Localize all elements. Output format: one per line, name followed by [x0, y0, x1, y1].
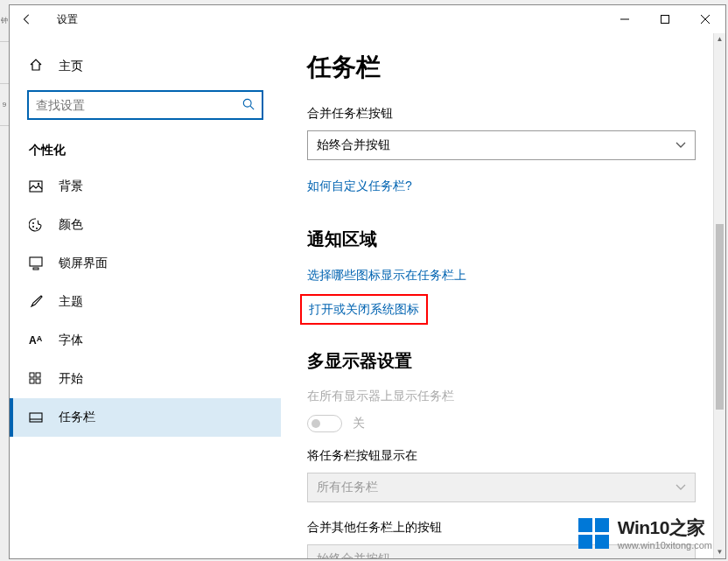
search-icon: [242, 98, 255, 113]
minimize-button[interactable]: [605, 6, 645, 32]
select-icons-link[interactable]: 选择哪些图标显示在任务栏上: [307, 268, 466, 284]
sidebar-section-title: 个性化: [10, 129, 281, 167]
svg-point-9: [32, 226, 34, 228]
sidebar-item-background[interactable]: 背景: [10, 167, 281, 206]
sidebar-item-lockscreen[interactable]: 锁屏界面: [10, 244, 281, 283]
maximize-button[interactable]: [645, 6, 685, 32]
font-icon: AA: [29, 334, 43, 347]
combine-dropdown[interactable]: 始终合并按钮: [307, 130, 696, 160]
svg-point-7: [38, 183, 39, 185]
svg-rect-12: [33, 268, 38, 270]
dropdown-value: 所有任务栏: [317, 480, 378, 495]
window-title: 设置: [57, 12, 78, 27]
close-button[interactable]: [685, 6, 725, 32]
lock-icon: [29, 256, 43, 270]
sidebar-item-themes[interactable]: 主题: [10, 283, 281, 321]
svg-rect-17: [30, 413, 42, 422]
scroll-up-arrow[interactable]: ▲: [714, 33, 725, 46]
chevron-down-icon: [676, 139, 686, 151]
multi-toggle: [307, 415, 342, 432]
sidebar-item-label: 背景: [59, 179, 83, 194]
svg-rect-14: [36, 373, 40, 377]
dropdown-value: 始终合并按钮: [317, 137, 390, 153]
main-panel: 任务栏 合并任务栏按钮 始终合并按钮 如何自定义任务栏? 通知区域 选择哪些图标…: [281, 33, 725, 558]
system-icons-link[interactable]: 打开或关闭系统图标: [309, 302, 419, 318]
notification-section-title: 通知区域: [307, 228, 690, 251]
palette-icon: [29, 218, 43, 232]
svg-rect-16: [36, 379, 40, 383]
sidebar-item-start[interactable]: 开始: [10, 360, 281, 398]
sidebar-item-fonts[interactable]: AA 字体: [10, 321, 281, 360]
sidebar-item-label: 颜色: [59, 217, 83, 233]
search-box[interactable]: [27, 90, 263, 120]
svg-line-5: [250, 106, 254, 109]
how-customize-link[interactable]: 如何自定义任务栏?: [307, 179, 412, 194]
titlebar: 设置: [10, 5, 725, 33]
svg-rect-1: [662, 16, 669, 24]
sidebar-item-label: 锁屏界面: [59, 256, 108, 271]
scroll-down-arrow[interactable]: ▼: [714, 546, 725, 558]
combine-other-label: 合并其他任务栏上的按钮: [307, 520, 690, 536]
sidebar-item-label: 任务栏: [59, 410, 95, 425]
brush-icon: [29, 295, 43, 309]
highlight-box: 打开或关闭系统图标: [300, 294, 428, 325]
combine-label: 合并任务栏按钮: [307, 106, 690, 122]
chevron-down-icon: [676, 481, 686, 494]
toggle-state-label: 关: [353, 416, 365, 431]
settings-window: 设置 主页: [9, 4, 726, 559]
search-input[interactable]: [36, 98, 242, 112]
picture-icon: [29, 179, 43, 193]
show-buttons-dropdown: 所有任务栏: [307, 473, 696, 502]
home-nav[interactable]: 主页: [10, 49, 281, 83]
sidebar-item-label: 字体: [59, 333, 83, 348]
sidebar-item-label: 主题: [59, 294, 83, 310]
svg-point-4: [243, 99, 251, 107]
combine-other-dropdown: 始终合并按钮: [307, 544, 696, 558]
svg-rect-11: [30, 257, 42, 266]
svg-rect-15: [30, 379, 34, 383]
grid-icon: [29, 372, 43, 386]
desktop-sliver: 钟 9: [0, 0, 9, 560]
taskbar-icon: [29, 410, 43, 424]
page-title: 任务栏: [307, 51, 690, 84]
dropdown-value: 始终合并按钮: [317, 551, 390, 558]
home-label: 主页: [59, 59, 83, 74]
svg-rect-13: [30, 373, 34, 377]
show-buttons-label: 将任务栏按钮显示在: [307, 448, 690, 464]
svg-rect-6: [30, 181, 42, 192]
sidebar-item-label: 开始: [59, 371, 83, 387]
sidebar: 主页 个性化 背景 颜: [10, 33, 281, 558]
sidebar-item-taskbar[interactable]: 任务栏: [10, 398, 281, 437]
sidebar-item-colors[interactable]: 颜色: [10, 206, 281, 244]
multi-monitor-section-title: 多显示器设置: [307, 349, 690, 373]
back-button[interactable]: [15, 7, 39, 32]
scrollbar-thumb[interactable]: [716, 224, 724, 410]
home-icon: [29, 58, 43, 74]
svg-point-10: [36, 228, 38, 229]
vertical-scrollbar[interactable]: ▲ ▼: [713, 33, 725, 558]
svg-point-8: [32, 222, 34, 224]
multi-show-label: 在所有显示器上显示任务栏: [307, 389, 690, 404]
